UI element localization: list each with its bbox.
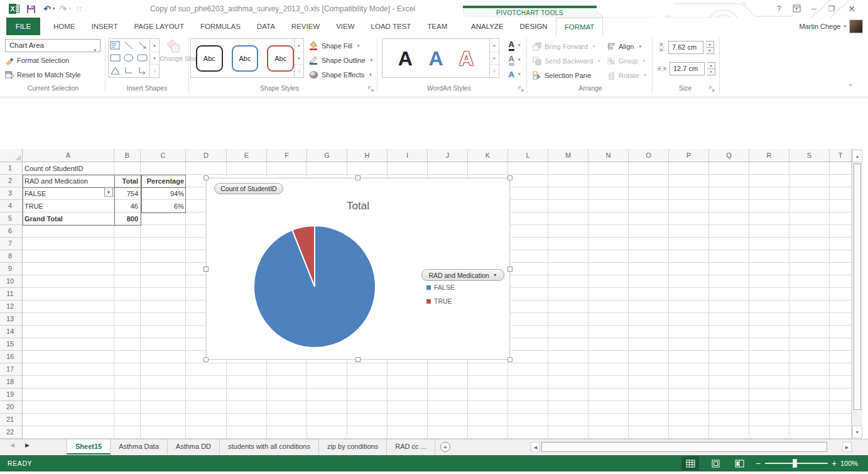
cell-b4[interactable]: 46 [116, 200, 138, 212]
column-header-B[interactable]: B [114, 149, 141, 162]
cell-a3[interactable]: FALSE [24, 187, 112, 200]
scroll-up-icon[interactable]: ▲ [150, 39, 159, 52]
tab-format[interactable]: FORMAT [556, 18, 604, 35]
elbow-arrow-connector-shape-icon[interactable] [136, 64, 149, 77]
spin-down-icon[interactable]: ▼ [706, 48, 713, 53]
chart-resize-handle[interactable] [355, 357, 361, 362]
format-selection-button[interactable]: Format Selection [5, 55, 69, 66]
horizontal-scrollbar-thumb[interactable] [541, 442, 827, 452]
avatar[interactable] [849, 19, 863, 33]
shape-outline-button[interactable]: Shape Outline▾ [309, 54, 372, 66]
chart-resize-handle[interactable] [507, 357, 513, 362]
scroll-up-icon[interactable]: ▲ [852, 150, 862, 162]
row-header-21[interactable]: 21 [0, 414, 23, 426]
row-header-22[interactable]: 22 [0, 426, 23, 439]
scroll-up-icon[interactable]: ▲ [490, 39, 499, 52]
chart-resize-handle[interactable] [355, 175, 361, 180]
cell-b2-header[interactable]: Total [116, 175, 138, 187]
textbox-shape-icon[interactable] [109, 39, 122, 52]
cell-c5[interactable] [143, 212, 184, 225]
row-header-9[interactable]: 9 [0, 263, 23, 275]
row-header-6[interactable]: 6 [0, 225, 23, 238]
zoom-out-icon[interactable]: − [756, 455, 761, 471]
scroll-up-icon[interactable]: ▲ [295, 39, 303, 52]
column-header-P[interactable]: P [669, 149, 709, 162]
column-header-Q[interactable]: Q [709, 149, 749, 162]
tab-home[interactable]: HOME [45, 18, 84, 35]
cell-c2-header[interactable]: Percentage [143, 175, 184, 187]
shape-height-input[interactable]: 7.62 cm [668, 41, 703, 54]
column-header-G[interactable]: G [307, 149, 347, 162]
tab-design[interactable]: DESIGN [512, 18, 556, 35]
row-header-12[interactable]: 12 [0, 300, 23, 313]
reset-to-match-style-button[interactable]: Reset to Match Style [5, 69, 81, 80]
cell-b3[interactable]: 754 [116, 187, 138, 200]
column-header-E[interactable]: E [227, 149, 267, 162]
chart-field-button[interactable]: Count of StudentID [214, 183, 283, 194]
chart-resize-handle[interactable] [507, 175, 513, 180]
cell-c4[interactable]: 6% [143, 200, 184, 212]
vertical-scrollbar-thumb[interactable] [854, 163, 861, 410]
insert-shapes-scroll[interactable]: ▲ ▼ ⍗ [150, 38, 160, 78]
align-button[interactable]: Align▾ [607, 40, 641, 52]
page-break-view-button[interactable] [730, 456, 748, 470]
collapse-ribbon-icon[interactable]: ⌃ [848, 83, 853, 90]
row-header-2[interactable]: 2 [0, 175, 23, 187]
chart-resize-handle[interactable] [507, 267, 513, 272]
gallery-more-icon[interactable]: ⍗ [295, 65, 303, 77]
spin-up-icon[interactable]: ▲ [706, 41, 713, 48]
column-header-L[interactable]: L [508, 149, 548, 162]
sheet-tab-sheet15[interactable]: Sheet15 [67, 439, 111, 455]
row-header-20[interactable]: 20 [0, 401, 23, 414]
size-dialog-launcher-icon[interactable] [708, 85, 716, 93]
chart-element-combo[interactable]: Chart Area ▾ [5, 39, 100, 52]
row-header-17[interactable]: 17 [0, 363, 23, 376]
wordart-preset-2[interactable]: A [428, 48, 443, 69]
tab-file[interactable]: FILE [6, 18, 40, 35]
maximize-icon[interactable]: ❐ [823, 0, 840, 18]
pivot-chart[interactable]: Count of StudentID Total RAD and Medicat… [206, 178, 510, 360]
cell-a4[interactable]: TRUE [24, 200, 112, 212]
legend-item-true[interactable]: TRUE [426, 297, 452, 305]
triangle-shape-icon[interactable] [109, 64, 122, 77]
vertical-scrollbar[interactable]: ▲ ▼ [852, 149, 862, 439]
cell-a2-row-field[interactable]: RAD and Medication [24, 175, 103, 187]
spin-down-icon[interactable]: ▼ [707, 69, 715, 75]
sheet-nav-right-icon[interactable]: ▶ [25, 442, 30, 448]
zoom-in-icon[interactable]: + [832, 455, 837, 471]
scroll-down-icon[interactable]: ▼ [852, 426, 862, 438]
cell-c3[interactable]: 94% [143, 187, 184, 200]
scroll-down-icon[interactable]: ▼ [295, 52, 303, 65]
wordart-scroll[interactable]: ▲ ▼ ⍗ [490, 38, 499, 78]
tab-formulas[interactable]: FORMULAS [192, 18, 249, 35]
ribbon-display-options-icon[interactable] [788, 0, 805, 18]
sheet-tab-asthma-dd[interactable]: Asthma DD [168, 439, 220, 455]
row-header-19[interactable]: 19 [0, 389, 23, 401]
sheet-tab-asthma-data[interactable]: Asthma Data [111, 439, 168, 455]
tab-analyze[interactable]: ANALYZE [463, 18, 512, 35]
column-header-A[interactable]: A [23, 149, 114, 162]
gallery-more-icon[interactable]: ⍗ [150, 65, 159, 77]
row-header-16[interactable]: 16 [0, 351, 23, 363]
zoom-level[interactable]: 100% [840, 455, 858, 471]
chart-resize-handle[interactable] [203, 175, 209, 180]
chart-resize-handle[interactable] [203, 267, 209, 272]
column-header-C[interactable]: C [141, 149, 186, 162]
height-spinner[interactable]: ▲▼ [706, 41, 714, 54]
new-sheet-icon[interactable]: + [440, 442, 450, 452]
text-effects-button[interactable]: A▾ [506, 68, 523, 80]
row-header-14[interactable]: 14 [0, 326, 23, 338]
column-header-D[interactable]: D [186, 149, 227, 162]
rounded-rectangle-shape-icon[interactable] [136, 52, 149, 65]
sheet-tab-students-with-all-conditions[interactable]: students with all conditions [220, 439, 319, 455]
sheet-tab-rad-cc-[interactable]: RAD cc ... [387, 439, 435, 455]
scroll-right-icon[interactable]: ▶ [842, 442, 852, 452]
row-header-11[interactable]: 11 [0, 288, 23, 300]
wordart-preset-1[interactable]: A [398, 48, 413, 69]
gallery-more-icon[interactable]: ⍗ [490, 65, 499, 77]
shape-style-preset-1[interactable]: Abc [196, 45, 223, 72]
scroll-down-icon[interactable]: ▼ [490, 52, 499, 65]
shape-width-input[interactable]: 12.7 cm [670, 62, 705, 75]
width-spinner[interactable]: ▲▼ [707, 62, 715, 75]
shape-fill-button[interactable]: Shape Fill▾ [309, 40, 359, 52]
